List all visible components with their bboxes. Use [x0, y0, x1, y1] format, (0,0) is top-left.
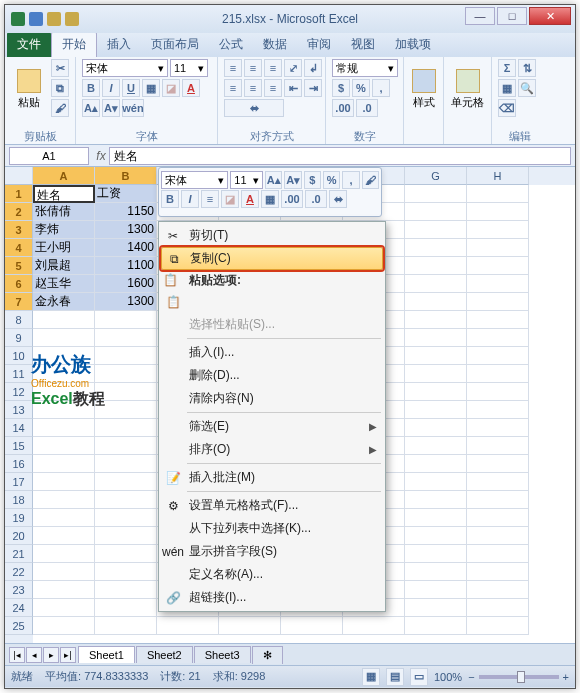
- mini-italic[interactable]: I: [181, 190, 199, 208]
- row-header[interactable]: 25: [5, 617, 33, 635]
- font-color-button[interactable]: A: [182, 79, 200, 97]
- italic-button[interactable]: I: [102, 79, 120, 97]
- mini-dec-decimal[interactable]: .0: [305, 190, 327, 208]
- row-header[interactable]: 6: [5, 275, 33, 293]
- view-layout-button[interactable]: ▤: [386, 668, 404, 686]
- tab-home[interactable]: 开始: [51, 31, 97, 57]
- row-header[interactable]: 22: [5, 563, 33, 581]
- wrap-button[interactable]: ↲: [304, 59, 322, 77]
- row-header[interactable]: 10: [5, 347, 33, 365]
- name-box[interactable]: A1: [9, 147, 89, 165]
- cell[interactable]: 姓名: [33, 185, 95, 203]
- cell[interactable]: [405, 203, 467, 221]
- mini-size-select[interactable]: 11▾: [230, 171, 263, 189]
- percent-button[interactable]: %: [352, 79, 370, 97]
- row-header[interactable]: 4: [5, 239, 33, 257]
- merge-button[interactable]: ⬌: [224, 99, 284, 117]
- cell[interactable]: [467, 275, 529, 293]
- zoom-slider[interactable]: − +: [468, 671, 569, 683]
- sheet-nav-next[interactable]: ▸: [43, 647, 59, 663]
- menu-format-cells[interactable]: ⚙设置单元格格式(F)...: [161, 494, 383, 517]
- maximize-button[interactable]: □: [497, 7, 527, 25]
- cell[interactable]: 1400: [95, 239, 157, 257]
- view-normal-button[interactable]: ▦: [362, 668, 380, 686]
- redo-icon[interactable]: [65, 12, 79, 26]
- copy-icon[interactable]: ⧉: [51, 79, 69, 97]
- cell[interactable]: 1100: [95, 257, 157, 275]
- comma-button[interactable]: ,: [372, 79, 390, 97]
- mini-font-select[interactable]: 宋体▾: [161, 171, 228, 189]
- cut-icon[interactable]: ✂: [51, 59, 69, 77]
- cell[interactable]: 1300: [95, 293, 157, 311]
- cell[interactable]: [405, 185, 467, 203]
- row-header[interactable]: 24: [5, 599, 33, 617]
- menu-copy[interactable]: ⧉复制(C): [161, 247, 383, 270]
- row-header[interactable]: 13: [5, 401, 33, 419]
- cell[interactable]: 1300: [95, 221, 157, 239]
- tab-review[interactable]: 审阅: [297, 32, 341, 57]
- cell[interactable]: [467, 257, 529, 275]
- cell[interactable]: [467, 185, 529, 203]
- col-header-h[interactable]: H: [467, 167, 529, 185]
- cell[interactable]: 赵玉华: [33, 275, 95, 293]
- col-header-g[interactable]: G: [405, 167, 467, 185]
- cell[interactable]: [405, 239, 467, 257]
- menu-hyperlink[interactable]: 🔗超链接(I)...: [161, 586, 383, 609]
- cell[interactable]: 工资: [95, 185, 157, 203]
- zoom-out-button[interactable]: −: [468, 671, 474, 683]
- tab-layout[interactable]: 页面布局: [141, 32, 209, 57]
- mini-currency[interactable]: $: [304, 171, 321, 189]
- align-bottom-button[interactable]: ≡: [264, 59, 282, 77]
- row-header[interactable]: 2: [5, 203, 33, 221]
- close-button[interactable]: ✕: [529, 7, 571, 25]
- fill-button[interactable]: ▦: [498, 79, 516, 97]
- sheet-tab-3[interactable]: Sheet3: [194, 646, 251, 663]
- menu-sort[interactable]: 排序(O)▶: [161, 438, 383, 461]
- mini-percent[interactable]: %: [323, 171, 340, 189]
- row-header[interactable]: 21: [5, 545, 33, 563]
- row-header[interactable]: 15: [5, 437, 33, 455]
- mini-font-color[interactable]: A: [241, 190, 259, 208]
- fill-color-button[interactable]: ◪: [162, 79, 180, 97]
- sheet-nav-last[interactable]: ▸|: [60, 647, 76, 663]
- number-format-select[interactable]: 常规▾: [332, 59, 398, 77]
- row-header[interactable]: 14: [5, 419, 33, 437]
- cell[interactable]: 张倩倩: [33, 203, 95, 221]
- font-size-select[interactable]: 11▾: [170, 59, 208, 77]
- mini-grow-font[interactable]: A▴: [265, 171, 282, 189]
- cell[interactable]: 金永春: [33, 293, 95, 311]
- sheet-nav-first[interactable]: |◂: [9, 647, 25, 663]
- formula-input[interactable]: 姓名: [109, 147, 571, 165]
- row-header[interactable]: 7: [5, 293, 33, 311]
- menu-define-name[interactable]: 定义名称(A)...: [161, 563, 383, 586]
- row-header[interactable]: 9: [5, 329, 33, 347]
- cell[interactable]: [405, 293, 467, 311]
- dec-decimal-button[interactable]: .0: [356, 99, 378, 117]
- mini-inc-decimal[interactable]: .00: [281, 190, 303, 208]
- tab-view[interactable]: 视图: [341, 32, 385, 57]
- row-header[interactable]: 12: [5, 383, 33, 401]
- find-button[interactable]: 🔍: [518, 79, 536, 97]
- row-header[interactable]: 11: [5, 365, 33, 383]
- mini-comma[interactable]: ,: [342, 171, 359, 189]
- zoom-in-button[interactable]: +: [563, 671, 569, 683]
- menu-clear[interactable]: 清除内容(N): [161, 387, 383, 410]
- align-middle-button[interactable]: ≡: [244, 59, 262, 77]
- undo-icon[interactable]: [47, 12, 61, 26]
- mini-merge[interactable]: ⬌: [329, 190, 347, 208]
- cell[interactable]: [467, 293, 529, 311]
- align-right-button[interactable]: ≡: [264, 79, 282, 97]
- cell[interactable]: 1600: [95, 275, 157, 293]
- sheet-tab-2[interactable]: Sheet2: [136, 646, 193, 663]
- tab-formulas[interactable]: 公式: [209, 32, 253, 57]
- cell[interactable]: [405, 257, 467, 275]
- cell[interactable]: [405, 221, 467, 239]
- border-button[interactable]: ▦: [142, 79, 160, 97]
- mini-format-painter[interactable]: 🖌: [362, 171, 379, 189]
- tab-insert[interactable]: 插入: [97, 32, 141, 57]
- font-name-select[interactable]: 宋体▾: [82, 59, 168, 77]
- align-top-button[interactable]: ≡: [224, 59, 242, 77]
- save-icon[interactable]: [29, 12, 43, 26]
- menu-comment[interactable]: 📝插入批注(M): [161, 466, 383, 489]
- sort-button[interactable]: ⇅: [518, 59, 536, 77]
